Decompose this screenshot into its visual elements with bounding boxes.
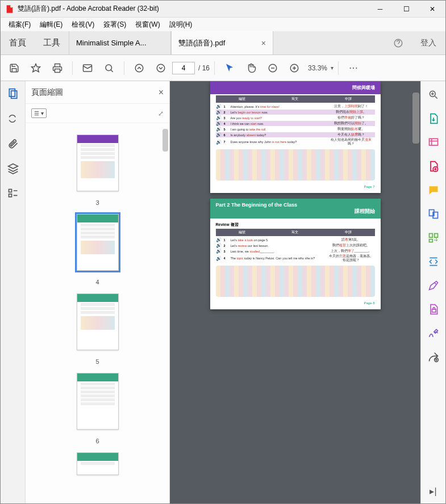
thumb-label-4: 4 <box>95 279 99 285</box>
svg-rect-2 <box>55 69 60 72</box>
tool-edit-pdf-icon[interactable] <box>427 136 440 149</box>
thumb-label-5: 5 <box>95 358 99 365</box>
speaker-icon: 🔊 <box>216 249 222 254</box>
thumbnail-page-6[interactable] <box>77 373 119 430</box>
pointer-icon[interactable] <box>219 58 240 78</box>
menu-help[interactable]: 說明(H) <box>165 19 197 31</box>
rail-collapse-icon[interactable]: ▸| <box>427 484 440 498</box>
tab-tools[interactable]: 工具 <box>35 31 69 54</box>
tool-organize-icon[interactable] <box>427 231 440 245</box>
thumbnails-rail-icon[interactable] <box>6 87 20 100</box>
svg-rect-12 <box>9 194 11 197</box>
close-button[interactable]: ✕ <box>419 1 445 18</box>
thumb-panel-title: 頁面縮圖 <box>31 87 63 98</box>
doc-scrollbar[interactable] <box>412 93 419 144</box>
tool-sign-fill-icon[interactable] <box>427 279 440 292</box>
document-tab-1[interactable]: Minimalist Simple A... <box>69 31 171 54</box>
thumbnail-page-7[interactable] <box>77 452 119 475</box>
more-icon[interactable]: ⋯ <box>343 58 364 78</box>
speaker-icon: 🔊 <box>216 237 222 242</box>
svg-point-4 <box>106 65 112 71</box>
document-tab-2[interactable]: 雙語(語音).pdf× <box>171 31 273 54</box>
page-up-icon[interactable] <box>129 58 149 78</box>
tool-compress-icon[interactable] <box>427 255 440 268</box>
tool-more-icon[interactable] <box>427 350 440 364</box>
tags-rail-icon[interactable] <box>6 187 20 200</box>
thumb-options-icon[interactable]: ☰ ▾ <box>31 108 47 118</box>
speaker-icon: 🔊 <box>216 110 222 115</box>
search-icon[interactable] <box>99 58 119 78</box>
window-title: 雙語(語音).pdf - Adobe Acrobat Reader (32-bi… <box>18 4 367 14</box>
page-down-icon[interactable] <box>151 58 171 78</box>
speaker-icon: 🔊 <box>216 127 222 132</box>
svg-rect-18 <box>429 234 432 238</box>
tool-sign-icon[interactable] <box>427 326 440 340</box>
menu-view[interactable]: 檢視(V) <box>67 19 99 31</box>
speaker-icon: 🔊 <box>216 104 222 109</box>
speaker-icon: 🔊 <box>216 243 222 248</box>
page5-footer: Page 8 <box>210 300 381 306</box>
thumb-scrollbar[interactable] <box>162 129 168 152</box>
tool-combine-icon[interactable] <box>427 207 440 221</box>
thumb-expand-icon[interactable]: ⤢ <box>158 110 164 117</box>
page-number-input[interactable] <box>172 62 195 74</box>
tab-close-icon[interactable]: × <box>261 39 266 48</box>
zoom-value[interactable]: 33.3% <box>308 64 327 72</box>
svg-point-6 <box>157 64 165 72</box>
help-icon[interactable] <box>385 31 411 54</box>
thumb-panel-close-icon[interactable]: × <box>159 87 164 98</box>
menu-window[interactable]: 視窗(W) <box>131 19 164 31</box>
zoom-out-icon[interactable] <box>262 58 283 78</box>
svg-rect-9 <box>9 89 15 96</box>
svg-rect-11 <box>9 190 11 192</box>
svg-marker-1 <box>32 64 40 72</box>
tool-search-icon[interactable] <box>427 88 440 102</box>
tool-create-pdf-icon[interactable] <box>427 159 440 173</box>
acrobat-icon <box>5 5 14 14</box>
hand-icon[interactable] <box>241 58 261 78</box>
mail-icon[interactable] <box>77 58 98 78</box>
bookmarks-rail-icon[interactable] <box>6 112 20 125</box>
speaker-icon: 🔊 <box>216 140 222 145</box>
zoom-in-icon[interactable] <box>284 58 305 78</box>
speaker-icon: 🔊 <box>216 256 222 261</box>
signin-button[interactable]: 登入 <box>411 31 445 54</box>
speaker-icon: 🔊 <box>216 132 222 137</box>
menu-edit[interactable]: 編輯(E) <box>35 19 67 31</box>
speaker-icon: 🔊 <box>216 115 222 120</box>
tool-export-pdf-icon[interactable] <box>427 112 440 125</box>
star-icon[interactable] <box>26 58 46 78</box>
tool-protect-icon[interactable] <box>427 303 440 316</box>
document-viewport[interactable]: 問候與暖場 編號英文中譯 🔊1Attention, please. It's t… <box>170 81 420 504</box>
save-icon[interactable] <box>4 58 24 78</box>
layers-rail-icon[interactable] <box>6 162 20 175</box>
print-icon[interactable] <box>47 58 68 78</box>
minimize-button[interactable]: ─ <box>367 1 393 18</box>
tab-home[interactable]: 首頁 <box>1 31 35 54</box>
page-4: 問候與暖場 編號英文中譯 🔊1Attention, please. It's t… <box>210 81 381 193</box>
thumb-label-6: 6 <box>95 438 99 444</box>
svg-point-5 <box>135 64 143 72</box>
svg-rect-19 <box>434 234 437 238</box>
thumbnail-page-4[interactable] <box>77 214 119 271</box>
page4-banner: 問候與暖場 <box>210 81 381 94</box>
thumbnail-page-5[interactable] <box>77 293 119 350</box>
page4-footer: Page 7 <box>210 184 381 190</box>
svg-rect-21 <box>432 309 436 312</box>
illustration <box>216 149 375 180</box>
menubar: 檔案(F) 編輯(E) 檢視(V) 簽署(S) 視窗(W) 說明(H) <box>1 18 445 31</box>
zoom-dropdown-icon[interactable]: ▾ <box>331 65 334 71</box>
page-total: / 16 <box>198 64 210 72</box>
menu-sign[interactable]: 簽署(S) <box>99 19 131 31</box>
menu-file[interactable]: 檔案(F) <box>4 19 35 31</box>
illustration <box>216 266 375 297</box>
speaker-icon: 🔊 <box>216 121 222 126</box>
tool-comment-icon[interactable] <box>427 183 440 197</box>
attachments-rail-icon[interactable] <box>6 137 20 150</box>
maximize-button[interactable]: ☐ <box>393 1 419 18</box>
svg-rect-14 <box>429 138 437 145</box>
page5-subtitle: Review 複習 <box>216 222 375 228</box>
thumb-label-3: 3 <box>95 199 99 206</box>
thumbnail-page-3[interactable] <box>77 135 119 191</box>
page5-banner: Part 2 The Beginning of the Class 課程開始 <box>210 199 381 219</box>
